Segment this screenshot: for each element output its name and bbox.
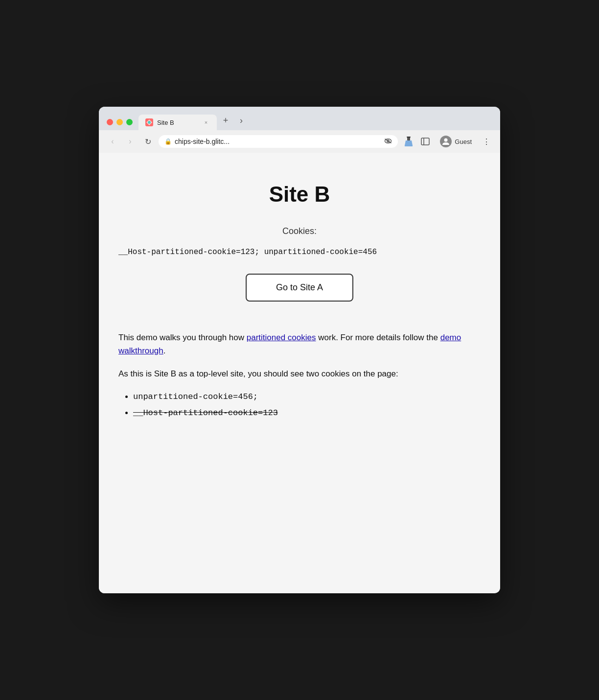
svg-point-10 (444, 139, 448, 142)
description-paragraph-2: As this is Site B as a top-level site, y… (118, 367, 481, 380)
page-content: Site B Cookies: __Host-partitioned-cooki… (99, 153, 500, 593)
close-window-button[interactable] (107, 119, 113, 125)
profile-button[interactable]: Guest (435, 134, 477, 149)
list-item: __Host-partitioned-cookie=123 (133, 406, 481, 420)
toolbar-actions: Guest ⋮ (402, 134, 493, 149)
new-tab-button[interactable]: + (219, 114, 232, 127)
tab-close-button[interactable]: × (202, 118, 210, 126)
active-tab[interactable]: Site B × (138, 115, 217, 130)
description-middle: work. For more details follow the (316, 333, 440, 342)
tab-bar: Site B × + › (138, 114, 492, 130)
url-text: chips-site-b.glitc... (175, 138, 381, 145)
address-bar[interactable]: 🔒 chips-site-b.glitc... (159, 135, 398, 148)
bullet-list: unpartitioned-cookie=456; __Host-partiti… (118, 390, 481, 420)
profile-avatar (440, 136, 452, 147)
go-to-site-button[interactable]: Go to Site A (246, 274, 353, 302)
back-button[interactable]: ‹ (106, 135, 119, 148)
svg-rect-8 (421, 138, 429, 145)
tab-title: Site B (157, 119, 198, 126)
eye-slash-icon[interactable] (384, 138, 392, 145)
experiment-icon-button[interactable] (402, 135, 415, 148)
partitioned-cookies-link[interactable]: partitioned cookies (247, 333, 316, 342)
toolbar: ‹ › ↻ 🔒 chips-site-b.glitc... (99, 130, 500, 153)
list-item: unpartitioned-cookie=456; (133, 390, 481, 404)
description-end: . (163, 346, 166, 355)
more-options-button[interactable]: ⋮ (480, 135, 493, 148)
traffic-lights (107, 119, 133, 125)
title-bar: Site B × + › (99, 107, 500, 130)
minimize-window-button[interactable] (116, 119, 123, 125)
profile-label: Guest (455, 138, 472, 145)
tab-actions: + › (219, 114, 248, 130)
description-section: This demo walks you through how partitio… (118, 331, 481, 420)
cookie-value: __Host-partitioned-cookie=123; unpartiti… (118, 246, 481, 259)
lock-icon: 🔒 (164, 138, 172, 145)
svg-point-2 (148, 121, 151, 124)
page-title: Site B (118, 182, 481, 207)
reload-button[interactable]: ↻ (141, 135, 155, 148)
description-intro: This demo walks you through how (118, 333, 247, 342)
sidebar-icon-button[interactable] (418, 135, 432, 148)
forward-button[interactable]: › (123, 135, 137, 148)
svg-rect-7 (407, 137, 411, 138)
tab-favicon (145, 118, 153, 126)
maximize-window-button[interactable] (126, 119, 133, 125)
cookies-label: Cookies: (118, 226, 481, 236)
browser-window: Site B × + › ‹ › ↻ 🔒 chips-site-b.glitc.… (99, 107, 500, 593)
tab-dropdown-button[interactable]: › (234, 114, 248, 127)
description-paragraph-1: This demo walks you through how partitio… (118, 331, 481, 357)
